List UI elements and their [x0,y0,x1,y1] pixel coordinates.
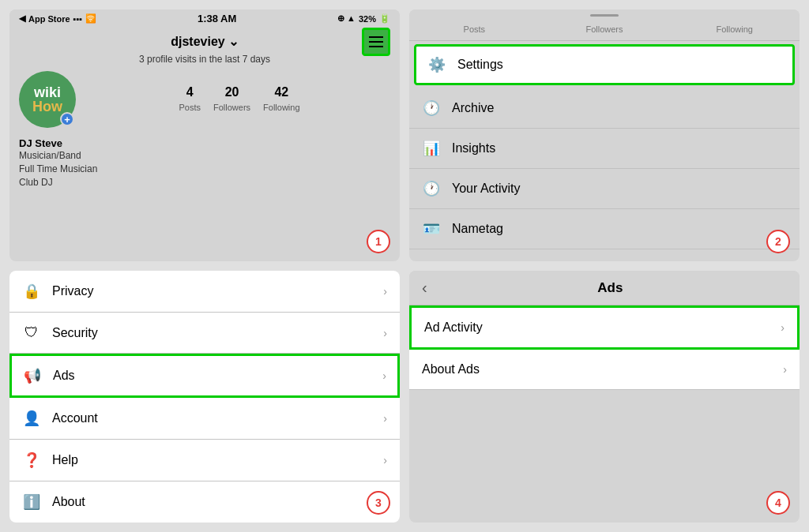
list-item-about[interactable]: ℹ️ About › [9,481,400,523]
back-button[interactable]: ‹ [422,279,427,297]
scroll-indicator [590,14,619,17]
step-badge-4: 4 [766,491,790,515]
avatar-wrap: wikiHow + [19,71,76,128]
settings-item-insights[interactable]: 📊 Insights [409,129,800,169]
activity-icon: 🕐 [422,180,441,197]
profile-bio-3: Club DJ [19,176,390,189]
followers-stat[interactable]: 20 Followers [213,85,250,114]
security-chevron-icon: › [383,327,387,339]
profile-bio-2: Full Time Musician [19,163,390,176]
ads-megaphone-icon: 📢 [23,367,42,384]
profile-info: DJ Steve Musician/Band Full Time Musicia… [9,134,400,195]
username-text: djsteviey [171,35,224,49]
battery-percent: 32% [359,14,376,24]
posts-label: Posts [179,103,201,112]
location-icon: ⊕ ▲ [337,13,356,24]
lock-icon: 🔒 [22,283,41,300]
activity-label: Your Activity [452,182,787,196]
archive-icon: 🕐 [422,99,441,117]
menu-line-3 [369,46,383,47]
profile-bio-1: Musician/Band [19,149,390,163]
step-badge-2: 2 [766,230,790,253]
profile-header: djsteviey ⌄ [9,28,400,52]
ad-activity-label: Ad Activity [424,320,781,335]
archive-label: Archive [452,101,787,115]
menu-line-2 [369,41,383,43]
profile-visits-text: 3 profile visits in the last 7 days [9,52,400,71]
panel-profile: ◀ App Store ▪▪▪ 🛜 1:38 AM ⊕ ▲ 32% 🔋 djst… [9,9,400,261]
ads-item-activity-highlighted[interactable]: Ad Activity › [409,305,800,350]
nametag-icon: 🪪 [422,220,441,238]
about-ads-label: About Ads [422,362,783,377]
list-item-account[interactable]: 👤 Account › [9,398,400,440]
signal-bars: ▪▪▪ [73,14,83,24]
status-bar-right: ⊕ ▲ 32% 🔋 [337,13,390,24]
help-label: Help [52,453,372,467]
step-badge-3: 3 [367,491,390,515]
info-icon: ℹ️ [22,493,41,511]
privacy-label: Privacy [52,284,372,298]
ads-chevron-icon: › [382,369,386,382]
panel-ads: ‹ Ads Ad Activity › About Ads › 4 [409,271,800,523]
settings-item-archive[interactable]: 🕐 Archive [409,88,800,129]
about-label: About [52,495,372,509]
nametag-label: Nametag [452,222,787,236]
status-bar: ◀ App Store ▪▪▪ 🛜 1:38 AM ⊕ ▲ 32% 🔋 [9,9,400,28]
tab-following[interactable]: Following [669,18,800,40]
menu-line-1 [369,36,383,38]
app-store-icon: ◀ [19,13,25,24]
status-bar-app-store: App Store [28,14,70,24]
ads-page-title: Ads [434,280,787,296]
security-label: Security [52,326,372,340]
insights-icon: 📊 [422,140,441,157]
help-icon: ❓ [22,451,41,469]
panel-settings-menu: Posts Followers Following ⚙️ Settings 🕐 … [409,9,800,261]
settings-gear-icon: ⚙️ [427,56,446,73]
followers-label: Followers [213,103,250,112]
profile-username: djsteviey ⌄ [171,34,238,49]
battery-icon: 🔋 [379,13,390,24]
following-label: Following [263,103,299,112]
list-item-ads-highlighted[interactable]: 📢 Ads › [9,354,400,398]
profile-name: DJ Steve [19,137,390,149]
privacy-chevron-icon: › [383,285,387,298]
tab-posts[interactable]: Posts [409,18,540,40]
ads-item-about[interactable]: About Ads › [409,350,800,390]
tab-row: Posts Followers Following [409,18,800,41]
avatar-logo: wikiHow [32,85,62,114]
settings-label: Settings [457,58,503,72]
menu-button[interactable] [362,28,390,56]
account-label: Account [52,411,372,425]
tab-followers[interactable]: Followers [540,18,670,40]
scroll-indicator-row [409,9,800,18]
list-item-security[interactable]: 🛡 Security › [9,313,400,354]
status-bar-left: ◀ App Store ▪▪▪ 🛜 [19,13,96,24]
ads-header: ‹ Ads [409,271,800,305]
account-chevron-icon: › [383,412,387,425]
settings-highlighted-wrap: ⚙️ Settings [414,44,795,85]
profile-body: wikiHow + 4 Posts 20 Followers 42 Follow… [9,71,400,134]
wifi-icon: 🛜 [85,13,96,24]
followers-count: 20 [213,85,250,99]
panel-settings-list: 🔒 Privacy › 🛡 Security › 📢 Ads › 👤 Accou… [9,271,400,523]
following-stat[interactable]: 42 Following [263,85,299,114]
help-chevron-icon: › [383,454,387,466]
following-count: 42 [263,85,299,99]
ads-label: Ads [53,369,371,383]
insights-label: Insights [452,141,787,155]
about-ads-chevron-icon: › [783,363,787,376]
posts-stat[interactable]: 4 Posts [179,85,201,114]
shield-icon: 🛡 [22,324,41,341]
account-person-icon: 👤 [22,410,41,427]
settings-item-highlighted[interactable]: ⚙️ Settings [414,44,795,85]
avatar-add-icon[interactable]: + [60,112,74,126]
list-item-privacy[interactable]: 🔒 Privacy › [9,271,400,313]
list-item-help[interactable]: ❓ Help › [9,440,400,481]
settings-item-nametag[interactable]: 🪪 Nametag [409,209,800,249]
profile-stats: 4 Posts 20 Followers 42 Following [88,85,390,114]
status-bar-time: 1:38 AM [198,13,236,24]
step-badge-1: 1 [367,230,390,253]
posts-count: 4 [179,85,201,99]
dropdown-chevron-icon[interactable]: ⌄ [228,34,239,49]
settings-item-activity[interactable]: 🕐 Your Activity [409,169,800,209]
